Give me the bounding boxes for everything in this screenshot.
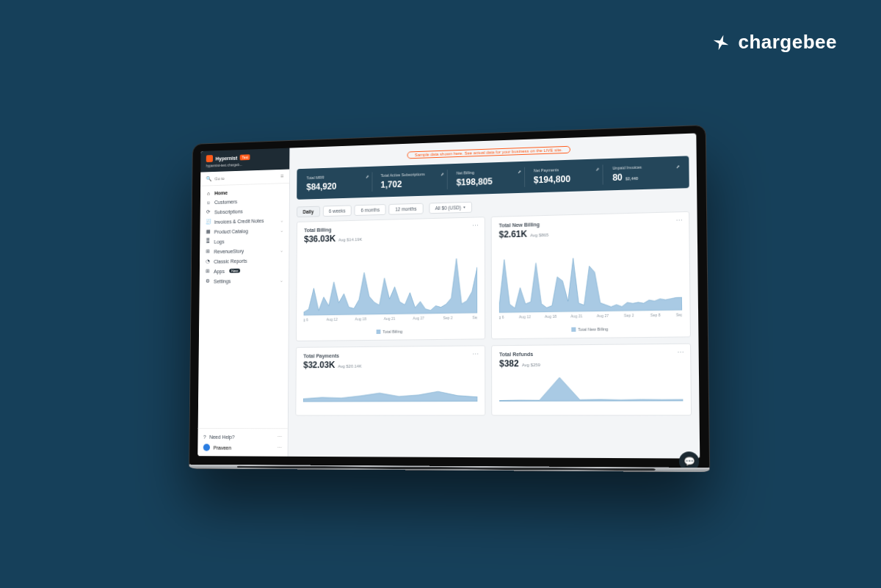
help-icon: ? (203, 434, 206, 439)
kpi-label: Net Payments (534, 166, 598, 173)
svg-text:Aug 12: Aug 12 (519, 313, 531, 318)
sidebar: Hypernist Test hypernist-test.chargeb...… (197, 148, 290, 456)
nav-icon: ☺ (206, 200, 211, 205)
chart-card-total-billing: ⋯ Total Billing $36.03KAvg $14.19K Aug 6… (296, 216, 485, 341)
avatar (203, 443, 210, 451)
chart-value: $382Avg $259 (499, 357, 683, 369)
kpi-unpaid-invoices[interactable]: ⬈ Unpaid Invoices 80$2,440 (608, 161, 683, 184)
sidebar-nav: ⌂ Home ☺ Customers ⟳ Subscriptions 🧾 Inv… (198, 183, 289, 427)
menu-icon[interactable]: ≡ (280, 173, 283, 179)
search-icon: 🔍 (206, 175, 211, 181)
laptop-mockup: Hypernist Test hypernist-test.chargeb...… (189, 124, 710, 482)
workspace-name: Hypernist (216, 155, 238, 161)
kpi-label: Net Billing (457, 169, 520, 175)
kpi-net-billing[interactable]: ⬈ Net Billing $198,805 (452, 167, 525, 189)
nav-label: Customers (214, 199, 237, 205)
nav-icon: ⟳ (206, 208, 211, 214)
tab-6-weeks[interactable]: 6 weeks (322, 205, 352, 217)
brand-name: chargebee (738, 31, 837, 54)
chart-plot: Aug 6Aug 12Aug 18Aug 21Aug 27Sep 2Sep 8 (304, 242, 478, 325)
nav-label: Product Catalog (214, 228, 248, 233)
more-icon[interactable]: ⋯ (677, 349, 684, 356)
nav-label: RevenueStory (214, 248, 244, 254)
chevron-down-icon: ⌄ (280, 217, 284, 222)
workspace-switcher[interactable]: Hypernist Test hypernist-test.chargeb... (200, 148, 289, 172)
help-label: Need Help? (209, 434, 234, 439)
svg-text:Aug 18: Aug 18 (355, 316, 366, 320)
nav-icon: ⚙ (205, 278, 210, 284)
chart-value: $32.03KAvg $20.14K (303, 358, 477, 370)
chart-avg: Avg $20.14K (338, 363, 362, 368)
svg-text:Aug 12: Aug 12 (327, 316, 338, 321)
user-name: Praveen (214, 445, 231, 450)
kpi-total-active-subscriptions[interactable]: ⬈ Total Active Subscriptions 1,702 (377, 170, 448, 191)
nav-label: Home (214, 190, 228, 195)
sidebar-item-settings[interactable]: ⚙ Settings ⌄ (200, 275, 289, 286)
help-link[interactable]: ? Need Help? ⋯ (203, 431, 282, 441)
search-input[interactable] (214, 174, 278, 181)
nav-label: Settings (214, 278, 231, 283)
chart-title: Total Refunds (499, 350, 683, 357)
more-icon[interactable]: ⋯ (278, 434, 283, 440)
nav-label: Logs (214, 239, 225, 244)
svg-text:Aug 6: Aug 6 (304, 316, 309, 321)
user-menu[interactable]: Praveen ⋯ (203, 441, 283, 453)
chart-avg: Avg $14.19K (338, 236, 363, 242)
kpi-net-payments[interactable]: ⬈ Net Payments $194,800 (529, 164, 603, 186)
nav-icon: ⊞ (205, 268, 210, 274)
tab-12-months[interactable]: 12 months (389, 203, 424, 214)
svg-text:Sep 2: Sep 2 (624, 312, 634, 316)
kpi-value: $198,805 (457, 175, 520, 187)
more-icon[interactable]: ⋯ (278, 444, 283, 450)
svg-text:Aug 21: Aug 21 (570, 313, 583, 317)
tab-6-months[interactable]: 6 months (355, 203, 386, 215)
main-content: Sample data shown here. See actual data … (289, 133, 700, 458)
nav-icon: ⌂ (206, 190, 211, 195)
svg-text:Aug 18: Aug 18 (545, 313, 556, 318)
kpi-value: $84,920 (306, 180, 367, 192)
tab-daily[interactable]: Daily (297, 206, 320, 217)
more-icon[interactable]: ⋯ (472, 350, 479, 357)
svg-text:Aug 21: Aug 21 (384, 316, 396, 320)
chart-avg: Avg $865 (530, 232, 548, 237)
nav-icon: ◔ (205, 258, 210, 264)
chart-plot: Aug 6Aug 12Aug 18Aug 21Aug 27Sep 2Sep 8S… (499, 238, 683, 323)
nav-label: Apps (214, 268, 225, 273)
nav-icon: 🧾 (206, 219, 211, 225)
svg-text:Sep 8: Sep 8 (473, 314, 478, 319)
kpi-value: $194,800 (534, 173, 598, 185)
nav-label: Classic Reports (214, 258, 247, 264)
kpi-value: 1,702 (381, 177, 443, 189)
chart-avg: Avg $259 (522, 363, 540, 367)
nav-icon: ≣ (206, 239, 211, 244)
svg-text:Sep 2: Sep 2 (443, 315, 452, 319)
chart-plot (303, 369, 477, 406)
chat-fab[interactable]: 💬 (679, 451, 700, 459)
app-screen: Hypernist Test hypernist-test.chargeb...… (197, 133, 700, 458)
brand-logo: chargebee (711, 31, 837, 54)
chart-title: Total Payments (303, 352, 477, 358)
kpi-total-mrr[interactable]: ⬈ Total MRR $84,920 (302, 172, 372, 193)
chart-card-total-new-billing: ⋯ Total New Billing $2.61KAvg $865 Aug 6… (491, 211, 691, 339)
chart-card-total-refunds: ⋯ Total Refunds $382Avg $259 (491, 343, 692, 415)
chart-plot (499, 368, 683, 406)
more-icon[interactable]: ⋯ (472, 221, 479, 228)
kpi-label: Total MRR (306, 173, 367, 180)
currency-selector[interactable]: All $0 (USD)▾ (429, 201, 472, 213)
more-icon[interactable]: ⋯ (676, 216, 683, 223)
chart-legend: Total Billing (303, 327, 477, 334)
chevron-down-icon: ▾ (463, 205, 465, 209)
kpi-value: 80$2,440 (612, 170, 678, 182)
workspace-logo-icon (206, 155, 213, 162)
chevron-down-icon: ⌄ (280, 277, 283, 282)
charts-grid: ⋯ Total Billing $36.03KAvg $14.19K Aug 6… (295, 211, 692, 415)
nav-label: Subscriptions (214, 208, 243, 214)
chart-legend: Total New Billing (499, 325, 682, 333)
chevron-down-icon: ⌄ (280, 227, 283, 232)
env-badge: Test (240, 154, 250, 160)
chart-card-total-payments: ⋯ Total Payments $32.03KAvg $20.14K (295, 345, 485, 415)
chat-icon: 💬 (684, 456, 695, 458)
nav-icon: ▦ (206, 228, 211, 234)
chevron-down-icon: ⌄ (280, 247, 283, 252)
kpi-label: Unpaid Invoices (612, 164, 678, 171)
